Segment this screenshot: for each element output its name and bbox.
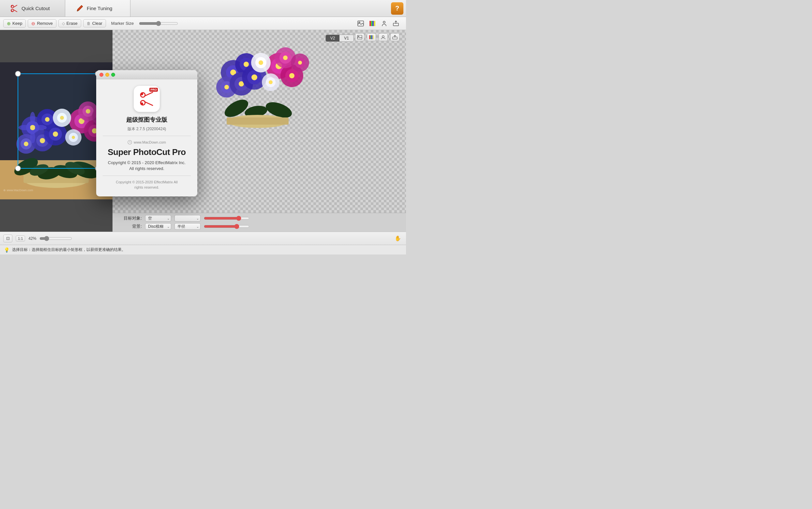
erase-button[interactable]: ◇ Erase	[59, 19, 81, 27]
remove-button[interactable]: ⊖ Remove	[28, 19, 56, 28]
tab-quick-cutout[interactable]: Quick Cutout	[0, 0, 65, 16]
bg-select[interactable]: Disc模糊	[145, 223, 171, 230]
target-extra-select-wrapper	[175, 215, 200, 222]
zoom-slider[interactable]	[39, 236, 72, 241]
cutout-preview	[207, 40, 311, 131]
keep-label: Keep	[12, 21, 22, 26]
watermark-text: www.MacDown.com	[134, 140, 166, 144]
erase-icon: ◇	[62, 21, 65, 26]
svg-rect-69	[369, 35, 370, 39]
status-icon: 💡	[4, 247, 9, 252]
svg-rect-72	[373, 35, 374, 39]
keep-button[interactable]: ⊕ Keep	[3, 19, 26, 28]
target-select-wrapper: 空	[145, 215, 171, 222]
target-select[interactable]: 空	[145, 215, 171, 222]
background-label: 背景:	[119, 224, 142, 229]
right-bottom-controls: 目标对象: 空 背景: Disc模糊	[112, 213, 406, 232]
dialog-divider-2	[103, 175, 191, 176]
watermark-icon	[127, 140, 132, 144]
bg-select-wrapper: Disc模糊	[145, 223, 171, 230]
scissors-app-icon	[137, 89, 156, 109]
dialog-minimize-button[interactable]	[105, 73, 109, 77]
keep-icon: ⊕	[7, 21, 11, 26]
bottom-bar: ⊡ 1:1 42% ✋	[0, 232, 406, 245]
about-dialog: PRO 超级抠图专业版 版本 2.7.5 (20200424) www.MacD…	[96, 70, 197, 196]
svg-rect-70	[370, 35, 371, 39]
tab-quick-cutout-label: Quick Cutout	[22, 5, 50, 11]
clear-label: Clear	[92, 21, 102, 26]
marker-size-slider[interactable]	[139, 21, 178, 26]
dialog-body: PRO 超级抠图专业版 版本 2.7.5 (20200424) www.MacD…	[96, 79, 197, 196]
svg-point-98	[283, 56, 288, 60]
bg-param-select[interactable]: 半径	[175, 223, 200, 230]
image-view-icon[interactable]	[355, 33, 364, 41]
person-icon[interactable]	[379, 19, 389, 28]
v2-button[interactable]: V2	[326, 35, 340, 41]
hand-tool-button[interactable]: ✋	[393, 234, 403, 243]
svg-point-89	[251, 74, 257, 80]
svg-point-118	[141, 93, 143, 95]
color-icon[interactable]	[368, 19, 377, 28]
copyright-main: Copyright © 2015 - 2020 EffectMatrix Inc…	[108, 160, 186, 172]
fit-to-window-button[interactable]: ⊡	[3, 235, 12, 242]
clear-button[interactable]: 🗑 Clear	[83, 19, 106, 27]
target-control-row: 目标对象: 空	[119, 215, 400, 222]
image-icon[interactable]	[356, 19, 366, 28]
pro-badge: PRO	[149, 88, 158, 92]
target-slider[interactable]	[204, 216, 250, 221]
save-icon[interactable]	[390, 33, 400, 41]
color-adjust-icon[interactable]	[367, 33, 376, 41]
erase-label: Erase	[67, 21, 78, 26]
watermark: www.MacDown.com	[127, 140, 166, 144]
export-icon[interactable]	[391, 19, 401, 28]
svg-point-62	[15, 71, 21, 76]
svg-point-95	[289, 73, 294, 78]
svg-point-104	[259, 60, 263, 65]
dialog-titlebar	[96, 70, 197, 79]
svg-rect-9	[371, 21, 372, 26]
svg-rect-71	[371, 35, 372, 39]
svg-rect-8	[369, 21, 371, 26]
zoom-100-button[interactable]: 1:1	[16, 236, 25, 241]
brush-icon	[75, 4, 84, 13]
svg-point-83	[224, 85, 229, 90]
source-image: ⊕ www.MacDown.com	[0, 30, 112, 232]
svg-rect-112	[227, 117, 289, 125]
tab-fine-tuning[interactable]: Fine Tuning	[65, 0, 131, 16]
app-version: 版本 2.7.5 (20200424)	[127, 126, 166, 132]
scissors-icon	[10, 4, 19, 13]
background-control-row: 背景: Disc模糊 半径	[119, 223, 400, 230]
version-toggle: V2 V1	[326, 35, 354, 42]
target-label: 目标对象:	[119, 215, 142, 221]
copyright-secondary: Copyright © 2015-2020 EffectMatrix Allri…	[116, 180, 178, 190]
svg-text:⊕ www.MacDown.com: ⊕ www.MacDown.com	[3, 189, 33, 192]
status-bar: 💡 选择目标：选择能框住目标的最小矩形框，以获得更准确的结果。	[0, 245, 406, 254]
svg-point-68	[358, 36, 359, 37]
svg-point-64	[15, 166, 21, 171]
svg-rect-10	[372, 21, 374, 26]
svg-point-4	[11, 5, 12, 6]
trash-icon: 🗑	[87, 21, 91, 26]
status-message: 选择目标：选择能框住目标的最小矩形框，以获得更准确的结果。	[12, 247, 125, 252]
svg-point-73	[382, 36, 384, 37]
svg-point-107	[269, 80, 272, 84]
app-name-chinese: 超级抠图专业版	[126, 116, 167, 124]
svg-point-119	[141, 102, 143, 105]
v1-button[interactable]: V1	[339, 35, 354, 41]
svg-point-5	[11, 10, 12, 12]
svg-point-80	[244, 62, 249, 67]
mask-icon[interactable]	[379, 33, 388, 41]
target-extra-select[interactable]	[175, 215, 200, 222]
dialog-maximize-button[interactable]	[111, 73, 115, 77]
right-toolbar-icons	[354, 19, 403, 28]
bg-param-select-wrapper: 半径	[175, 223, 200, 230]
app-icon-container: PRO	[134, 86, 160, 113]
dialog-close-button[interactable]	[100, 73, 103, 77]
second-toolbar: ⊕ Keep ⊖ Remove ◇ Erase 🗑 Clear Marker S…	[0, 17, 406, 30]
right-panel-top-icons	[355, 33, 400, 41]
zoom-percent-display: 42%	[28, 236, 36, 241]
svg-rect-61	[18, 74, 98, 168]
remove-label: Remove	[37, 21, 52, 26]
help-button[interactable]: ?	[391, 2, 403, 15]
bg-slider[interactable]	[204, 224, 250, 229]
